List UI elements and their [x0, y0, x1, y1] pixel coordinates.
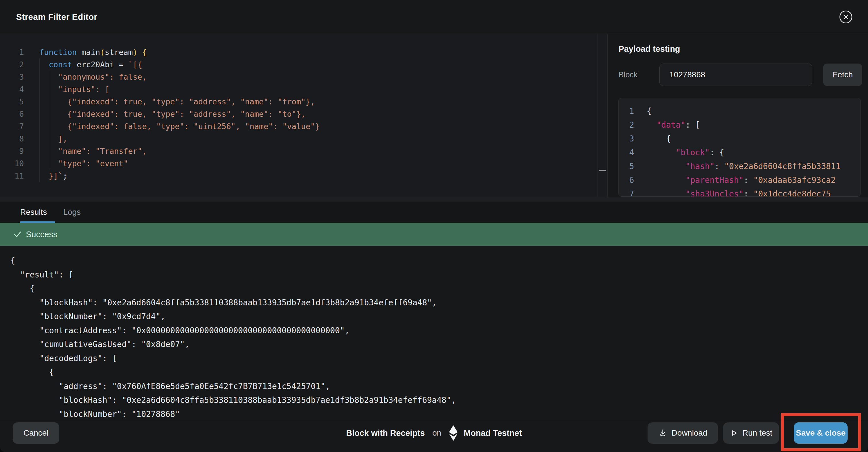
- payload-preview[interactable]: 1{2 "data": [3 {4 "block": {5 "hash": "0…: [618, 98, 861, 197]
- code-line: 5 {"indexed": true, "type": "address", "…: [0, 95, 597, 108]
- code-line: 7 "sha3Uncles": "0x1dcc4de8dec75: [619, 187, 861, 197]
- block-number-input[interactable]: [659, 64, 812, 86]
- stream-filter-editor-dialog: Stream Filter Editor 1function main(stre…: [0, 0, 868, 452]
- output-line: "cumulativeGasUsed": "0x8de07",: [10, 337, 868, 352]
- code-line: 4 "inputs": [: [0, 83, 597, 95]
- code-editor[interactable]: 1function main(stream) {2 const erc20Abi…: [0, 34, 597, 197]
- output-line: {: [10, 365, 868, 380]
- code-line: 8 ],: [0, 132, 597, 145]
- main-row: 1function main(stream) {2 const erc20Abi…: [0, 34, 868, 197]
- divider: [0, 197, 868, 202]
- code-line: 1function main(stream) {: [0, 46, 597, 58]
- code-line: 3 "anonymous": false,: [0, 71, 597, 83]
- output-line: "result": [: [10, 268, 868, 282]
- check-icon: [13, 230, 22, 239]
- payload-testing-panel: Payload testing Block Fetch 1{2 "data": …: [607, 34, 868, 197]
- code-line: 7 {"indexed": false, "type": "uint256", …: [0, 120, 597, 132]
- code-line: 10 "type": "event": [0, 157, 597, 170]
- download-label: Download: [672, 428, 707, 438]
- code-line: 6 {"indexed": true, "type": "address", "…: [0, 108, 597, 120]
- network-label: Monad Testnet: [464, 428, 522, 438]
- fetch-button[interactable]: Fetch: [823, 64, 862, 86]
- code-line: 2 "data": [: [619, 118, 861, 132]
- on-label: on: [432, 428, 441, 438]
- output-line: "contractAddress": "0x000000000000000000…: [10, 324, 868, 338]
- code-line: 2 const erc20Abi = `[{: [0, 58, 597, 71]
- close-icon: [839, 10, 853, 24]
- cancel-button[interactable]: Cancel: [13, 422, 59, 444]
- code-line: 3 {: [619, 132, 861, 146]
- output-line: "blockNumber": "10278868": [10, 408, 868, 420]
- results-output[interactable]: { "result": [ { "blockHash": "0xe2a6d660…: [0, 246, 868, 420]
- output-line: "blockHash": "0xe2a6d6604c8ffa5b33811038…: [10, 296, 868, 310]
- output-line: {: [10, 254, 868, 268]
- editor-code-lines: 1function main(stream) {2 const erc20Abi…: [0, 34, 597, 182]
- footer-bar: Cancel Block with Receipts on Monad Test…: [0, 420, 868, 452]
- tabs-bar: Results Logs: [0, 202, 868, 223]
- stream-type-label: Block with Receipts: [346, 428, 425, 438]
- code-line: 9 "name": "Transfer",: [0, 145, 597, 157]
- code-line: 4 "block": {: [619, 146, 861, 159]
- stream-info: Block with Receipts on Monad Testnet: [346, 422, 522, 444]
- save-close-button[interactable]: Save & close: [794, 422, 847, 444]
- editor-scrollbar-track[interactable]: [597, 34, 607, 197]
- output-line: "decodedLogs": [: [10, 352, 868, 366]
- run-test-label: Run test: [742, 428, 772, 438]
- play-icon: [730, 429, 738, 437]
- run-test-button[interactable]: Run test: [723, 422, 779, 444]
- output-line: "address": "0x760AfE86e5de5fa0Ee542fc7B7…: [10, 380, 868, 394]
- editor-scrollbar-handle[interactable]: [599, 170, 606, 171]
- code-line: 1{: [619, 104, 861, 118]
- panel-title: Payload testing: [619, 44, 868, 54]
- output-line: {: [10, 282, 868, 296]
- code-line: 5 "hash": "0xe2a6d6604c8ffa5b33811: [619, 159, 861, 173]
- output-line: "blockNumber": "0x9cd7d4",: [10, 310, 868, 324]
- tab-logs[interactable]: Logs: [63, 202, 81, 223]
- status-label: Success: [26, 230, 58, 239]
- download-icon: [658, 428, 668, 438]
- ethereum-icon: [447, 424, 459, 442]
- page-title: Stream Filter Editor: [16, 12, 97, 22]
- dialog-header: Stream Filter Editor: [0, 0, 868, 34]
- payload-preview-lines: 1{2 "data": [3 {4 "block": {5 "hash": "0…: [619, 98, 861, 197]
- download-button[interactable]: Download: [648, 422, 718, 444]
- close-button[interactable]: [839, 10, 853, 24]
- block-label: Block: [619, 70, 659, 79]
- output-line: "blockHash": "0xe2a6d6604c8ffa5b33811038…: [10, 393, 868, 408]
- block-row: Block Fetch: [619, 64, 862, 86]
- code-line: 11 }]`;: [0, 170, 597, 182]
- tab-results[interactable]: Results: [20, 202, 47, 223]
- status-banner: Success: [0, 223, 868, 246]
- code-line: 6 "parentHash": "0xadaa63afc93ca2: [619, 173, 861, 187]
